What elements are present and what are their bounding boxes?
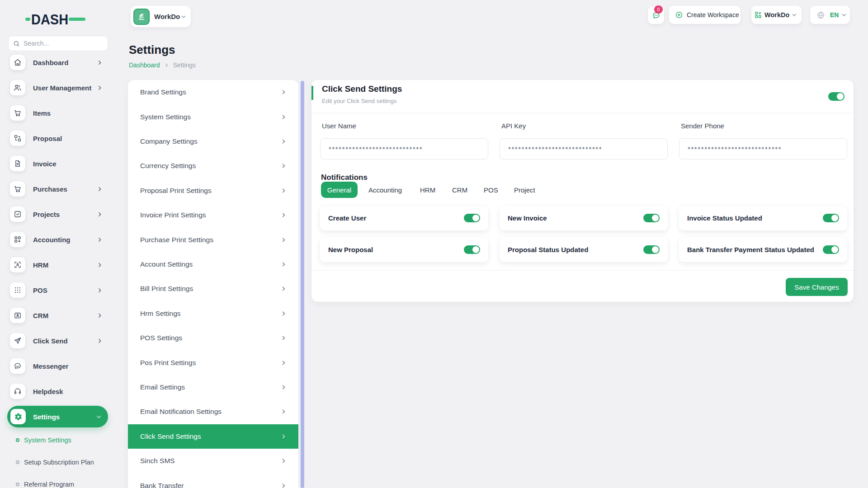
- field-label: API Key: [501, 122, 526, 130]
- notifications-heading: Notifications: [321, 173, 368, 182]
- bullet-icon: [16, 438, 19, 442]
- chevron-right-icon: [97, 211, 103, 217]
- toggle-card-new-invoice: New Invoice: [500, 206, 668, 230]
- sidebar-item-proposal[interactable]: Proposal: [7, 126, 108, 151]
- tab-general[interactable]: General: [321, 182, 358, 198]
- sidebar-subitem-setup-subscription-plan[interactable]: Setup Subscription Plan: [7, 452, 108, 473]
- chevron-right-icon: [280, 458, 287, 464]
- language-selector[interactable]: EN: [810, 6, 850, 24]
- tab-pos[interactable]: POS: [484, 182, 498, 198]
- sidebar-search[interactable]: [8, 36, 108, 51]
- settings-nav-item[interactable]: Bill Print Settings: [128, 277, 298, 301]
- workspace-selector[interactable]: WorkDo: [131, 6, 191, 27]
- sidebar-item-dashboard[interactable]: Dashboard: [7, 50, 108, 75]
- chevron-right-icon: [280, 261, 287, 267]
- chevron-right-icon: [280, 237, 287, 243]
- settings-nav-item[interactable]: Account Settings: [128, 252, 298, 277]
- settings-nav-item[interactable]: Invoice Print Settings: [128, 203, 298, 227]
- page-title: Settings: [129, 43, 175, 57]
- sidebar-item-purchases[interactable]: Purchases: [7, 176, 108, 202]
- dash-logo[interactable]: DASH: [25, 11, 86, 27]
- create-workspace-button[interactable]: Create Workspace: [669, 6, 741, 24]
- click-send-settings-panel: Click Send Settings Edit your Click Send…: [311, 80, 854, 302]
- settings-nav-item[interactable]: System Settings: [128, 104, 298, 129]
- home-icon: [10, 55, 25, 70]
- chevron-right-icon: [280, 89, 287, 95]
- settings-nav-item[interactable]: Bank Transfer: [128, 474, 298, 488]
- chevron-right-icon: [97, 60, 103, 66]
- search-input[interactable]: [24, 40, 96, 47]
- tab-accounting[interactable]: Accounting: [368, 182, 402, 198]
- invoice-status-updated-toggle[interactable]: [823, 214, 839, 222]
- settings-nav-item[interactable]: Sinch SMS: [128, 449, 298, 473]
- sidebar-item-pos[interactable]: POS: [7, 277, 108, 303]
- proposal-status-updated-toggle[interactable]: [643, 245, 660, 254]
- save-button[interactable]: Save Changes: [786, 278, 848, 296]
- breadcrumb-dashboard-link[interactable]: Dashboard: [129, 61, 160, 69]
- settings-nav-card: Brand Settings System Settings Company S…: [128, 80, 298, 488]
- clicksend-enable-toggle[interactable]: [828, 92, 844, 101]
- sidebar-item-crm[interactable]: CRM: [7, 303, 108, 328]
- settings-nav-item[interactable]: Brand Settings: [128, 80, 298, 104]
- bank-transfer-status-toggle[interactable]: [823, 245, 839, 254]
- scrollbar[interactable]: [301, 81, 304, 488]
- toggle-card-invoice-status-updated: Invoice Status Updated: [679, 206, 847, 230]
- settings-nav-item[interactable]: Company Settings: [128, 129, 298, 154]
- check-square-icon: [10, 206, 25, 222]
- sidebar-item-messenger[interactable]: Messenger: [7, 353, 108, 379]
- sidebar-item-hrm[interactable]: HRM: [7, 252, 108, 277]
- new-invoice-toggle[interactable]: [643, 214, 660, 222]
- chevron-down-icon: [181, 14, 186, 19]
- sidebar-item-accounting[interactable]: Accounting: [7, 227, 108, 252]
- chevron-right-icon: [280, 138, 287, 145]
- sidebar-item-settings[interactable]: Settings: [7, 406, 108, 427]
- search-icon: [13, 40, 20, 47]
- settings-nav-item[interactable]: Proposal Print Settings: [128, 178, 298, 203]
- settings-nav-item[interactable]: Purchase Print Settings: [128, 227, 298, 252]
- chevron-right-icon: [280, 408, 287, 415]
- username-input[interactable]: ****************************: [320, 138, 488, 160]
- sender-phone-input[interactable]: ****************************: [679, 138, 847, 160]
- invoice-file-icon: [10, 156, 25, 171]
- chevron-right-icon: [280, 433, 287, 440]
- sidebar-subitem-referral-program[interactable]: Referral Program: [7, 474, 108, 488]
- sidebar-item-items[interactable]: Items: [7, 100, 108, 126]
- transfer-boxes-icon: [10, 131, 25, 146]
- settings-nav-item[interactable]: Hrm Settings: [128, 301, 298, 326]
- field-label: User Name: [322, 122, 356, 130]
- create-user-toggle[interactable]: [464, 214, 480, 222]
- field-label: Sender Phone: [681, 122, 724, 130]
- chevron-down-icon: [792, 12, 797, 18]
- sidebar-item-click-send[interactable]: Click Send: [7, 328, 108, 353]
- grid-plus-icon: [754, 11, 762, 19]
- tab-project[interactable]: Project: [514, 182, 535, 198]
- chevron-right-icon: [97, 338, 103, 344]
- workspace-dropdown[interactable]: WorkDo: [751, 6, 802, 24]
- settings-nav-item[interactable]: Pos Print Settings: [128, 350, 298, 375]
- settings-nav-item[interactable]: POS Settings: [128, 326, 298, 350]
- tab-hrm[interactable]: HRM: [420, 182, 435, 198]
- sidebar-item-user-management[interactable]: User Management: [7, 75, 108, 100]
- settings-nav-item-active[interactable]: Click Send Settings: [128, 424, 298, 449]
- settings-nav-item[interactable]: Currency Settings: [128, 154, 298, 178]
- chevron-right-icon: [280, 114, 287, 120]
- sidebar-item-projects[interactable]: Projects: [7, 202, 108, 227]
- sidebar-subitem-system-settings[interactable]: System Settings: [7, 430, 108, 450]
- svg-text:DASH: DASH: [31, 12, 68, 27]
- new-proposal-toggle[interactable]: [464, 245, 480, 254]
- user-frame-icon: [10, 308, 25, 323]
- grid-plus-icon: [10, 232, 25, 247]
- api-key-input[interactable]: ****************************: [500, 138, 668, 160]
- sidebar-item-invoice[interactable]: Invoice: [7, 151, 108, 176]
- toggle-card-proposal-status-updated: Proposal Status Updated: [500, 237, 668, 262]
- sidebar-item-helpdesk[interactable]: Helpdesk: [7, 379, 108, 404]
- globe-icon: [816, 11, 825, 19]
- settings-nav-item[interactable]: Email Settings: [128, 375, 298, 399]
- settings-nav-item[interactable]: Email Notification Settings: [128, 399, 298, 424]
- tab-crm[interactable]: CRM: [452, 182, 467, 198]
- chevron-right-icon: [280, 163, 287, 169]
- chevron-right-icon: [97, 287, 103, 293]
- divider: [311, 113, 854, 113]
- chevron-right-icon: [280, 212, 287, 218]
- send-icon: [10, 333, 25, 348]
